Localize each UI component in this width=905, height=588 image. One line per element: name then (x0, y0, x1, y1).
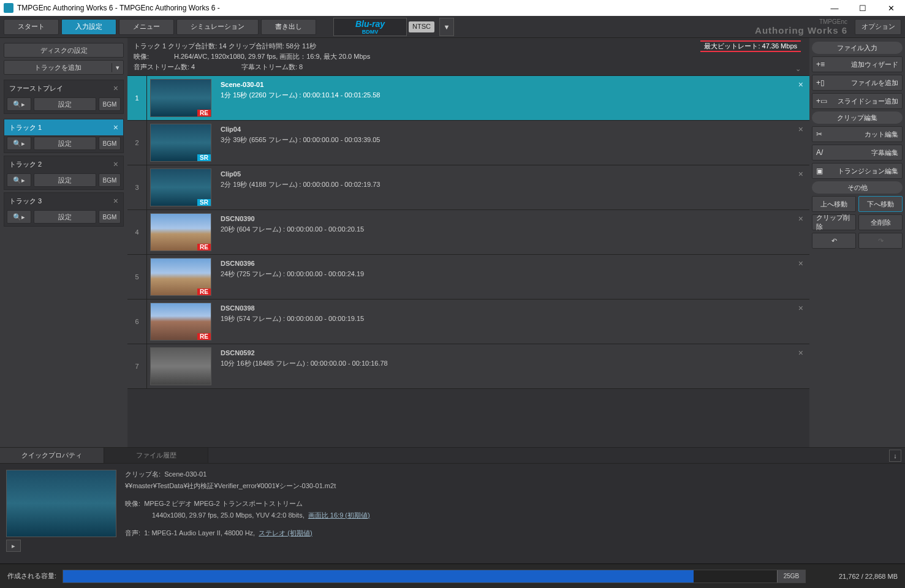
audio-format: 1: MPEG-1 Audio Layer II, 48000 Hz, (144, 529, 255, 537)
disc-settings-button[interactable]: ディスクの設定 (4, 43, 124, 58)
clip-info: Clip052分 19秒 (4188 フレーム) : 00:00:00.00 -… (214, 165, 809, 209)
step-menu-button[interactable]: メニュー (119, 19, 174, 35)
delete-all-button[interactable]: 全削除 (858, 214, 903, 230)
track-header[interactable]: トラック 3× (4, 193, 123, 209)
clip-detail: 20秒 (604 フレーム) : 00:00:00.00 - 00:00:20.… (221, 225, 803, 234)
clip-item[interactable]: 6REDSCN039819秒 (574 フレーム) : 00:00:00.00 … (127, 300, 809, 344)
clip-number: 2 (127, 121, 147, 165)
format-dropdown-button[interactable]: ▼ (439, 18, 454, 36)
clip-list[interactable]: 1REScene-030-011分 15秒 (2260 フレーム) : 00:0… (127, 76, 809, 447)
clip-item[interactable]: 3SRClip052分 19秒 (4188 フレーム) : 00:00:00.0… (127, 165, 809, 210)
tab-quick-property[interactable]: クイックプロパティ (0, 448, 104, 463)
clip-item[interactable]: 1REScene-030-011分 15秒 (2260 フレーム) : 00:0… (127, 76, 809, 121)
capacity-target[interactable]: 25GB (777, 570, 805, 582)
text-icon: A/ (816, 148, 825, 157)
clip-delete-button[interactable]: クリップ削除 (812, 214, 856, 230)
clip-remove-button[interactable]: × (798, 348, 803, 358)
clip-title: DSCN0398 (221, 304, 803, 312)
track-settings-button[interactable]: 設定 (34, 210, 96, 224)
step-simulation-button[interactable]: シミュレーション (176, 19, 259, 35)
stereo-link[interactable]: ステレオ (初期値) (259, 529, 312, 537)
close-icon[interactable]: × (113, 196, 118, 206)
close-icon[interactable]: × (113, 123, 118, 132)
undo-button[interactable]: ↶ (812, 233, 856, 249)
window-title: TMPGEnc Authoring Works 6 - TMPGEnc Auth… (17, 4, 220, 12)
step-input-button[interactable]: 入力設定 (61, 19, 116, 35)
track-settings-button[interactable]: 設定 (34, 137, 96, 150)
add-slideshow-button[interactable]: +▭ スライドショー追加 (812, 93, 903, 109)
close-icon[interactable]: × (113, 83, 118, 93)
search-icon: 🔍▸ (13, 213, 25, 221)
clip-remove-button[interactable]: × (798, 214, 803, 224)
collapse-button[interactable]: ↓ (889, 450, 901, 462)
plus-icon: +≡ (816, 60, 825, 69)
search-icon: 🔍▸ (13, 176, 25, 184)
video-detail: 1440x1080, 29.97 fps, 25.0 Mbps, YUV 4:2… (152, 511, 305, 519)
add-track-dropdown[interactable]: ▾ (112, 64, 123, 72)
clip-tag-badge: RE (197, 333, 211, 340)
preview-play-button[interactable]: ▸ (6, 540, 21, 552)
firstplay-settings-button[interactable]: 設定 (34, 97, 96, 111)
clip-info: Scene-030-011分 15秒 (2260 フレーム) : 00:00:1… (214, 76, 809, 120)
transition-edit-button[interactable]: ▣ トランジション編集 (812, 163, 903, 179)
track-header[interactable]: トラック 2× (4, 156, 123, 172)
plus-icon: +▯ (816, 78, 825, 87)
clip-item[interactable]: 4REDSCN039020秒 (604 フレーム) : 00:00:00.00 … (127, 210, 809, 255)
clip-remove-button[interactable]: × (798, 303, 803, 313)
track-search-button[interactable]: 🔍▸ (7, 137, 31, 150)
clip-remove-button[interactable]: × (798, 169, 803, 179)
track-bgm-button[interactable]: BGM (99, 137, 121, 150)
firstplay-search-button[interactable]: 🔍▸ (7, 97, 31, 111)
capacity-bar[interactable]: 25GB (62, 570, 806, 583)
clip-info: DSCN039624秒 (725 フレーム) : 00:00:00.00 - 0… (214, 255, 809, 299)
format-bluray-button[interactable]: Blu-ray BDMV (333, 18, 407, 36)
aspect-link[interactable]: 画面比 16:9 (初期値) (308, 511, 370, 519)
left-panel: ディスクの設定 トラックを追加 ▾ ファーストプレイ × 🔍▸ 設定 BGM ト… (0, 38, 127, 447)
clip-thumbnail: SR (150, 124, 211, 162)
property-thumbnail (6, 470, 116, 537)
clip-item[interactable]: 2SRClip043分 39秒 (6565 フレーム) : 00:00:00.0… (127, 121, 809, 165)
subtitle-edit-button[interactable]: A/ 字幕編集 (812, 145, 903, 160)
track-bgm-button[interactable]: BGM (99, 173, 121, 187)
add-wizard-button[interactable]: +≡ 追加ウィザード (812, 56, 903, 72)
track-search-button[interactable]: 🔍▸ (7, 173, 31, 187)
tab-file-history[interactable]: ファイル履歴 (104, 448, 208, 463)
clip-remove-button[interactable]: × (798, 80, 803, 89)
close-icon[interactable]: × (113, 159, 118, 169)
chevron-down-icon: ▼ (444, 23, 450, 31)
track-search-button[interactable]: 🔍▸ (7, 210, 31, 224)
track-header[interactable]: トラック 1× (4, 119, 123, 135)
move-up-button[interactable]: 上へ移動 (812, 196, 856, 212)
section-other: その他 (812, 181, 903, 194)
firstplay-header[interactable]: ファーストプレイ × (4, 80, 123, 96)
track-settings-button[interactable]: 設定 (34, 173, 96, 187)
firstplay-bgm-button[interactable]: BGM (99, 97, 121, 111)
clip-info: DSCN059210分 16秒 (18485 フレーム) : 00:00:00.… (214, 344, 809, 388)
add-file-button[interactable]: +▯ ファイルを追加 (812, 75, 903, 91)
clip-number: 6 (127, 300, 147, 344)
move-down-button[interactable]: 下へ移動 (858, 196, 903, 212)
step-export-button[interactable]: 書き出し (261, 19, 316, 35)
window-close-button[interactable]: ✕ (877, 0, 905, 16)
audio-stream-count: 音声ストリーム数: 4 (134, 62, 232, 72)
window-minimize-button[interactable]: — (820, 0, 849, 16)
clip-remove-button[interactable]: × (798, 124, 803, 134)
clip-number: 3 (127, 165, 147, 209)
add-track-button[interactable]: トラックを追加 ▾ (4, 60, 124, 75)
track-info-header: トラック 1 クリップ合計数: 14 クリップ合計時間: 58分 11秒 映像:… (127, 38, 809, 76)
track-bgm-button[interactable]: BGM (99, 210, 121, 224)
cut-edit-button[interactable]: ✂ カット編集 (812, 126, 903, 142)
clip-item[interactable]: 7DSCN059210分 16秒 (18485 フレーム) : 00:00:00… (127, 344, 809, 389)
redo-button[interactable]: ↷ (858, 233, 903, 249)
clip-item[interactable]: 5REDSCN039624秒 (725 フレーム) : 00:00:00.00 … (127, 255, 809, 300)
step-start-button[interactable]: スタート (4, 19, 59, 35)
memory-status: 21,762 / 22,868 MB (812, 573, 898, 580)
clip-remove-button[interactable]: × (798, 258, 803, 268)
expand-toggle[interactable]: ⌄ (795, 65, 801, 73)
video-label: 映像: (125, 500, 140, 507)
options-button[interactable]: オプション (855, 19, 901, 35)
transition-icon: ▣ (816, 167, 825, 175)
redo-icon: ↷ (878, 237, 884, 245)
window-maximize-button[interactable]: ☐ (849, 0, 877, 16)
clipname-label: クリップ名: (125, 470, 161, 478)
